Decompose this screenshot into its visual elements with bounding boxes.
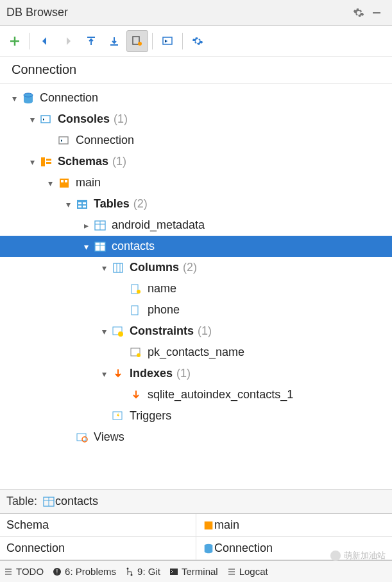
- gear-icon: [353, 7, 364, 19]
- tree-view[interactable]: ▾ Connection ▾ Consoles (1) Connection ▾…: [0, 84, 392, 489]
- node-label: phone: [148, 303, 180, 317]
- svg-rect-12: [61, 180, 64, 182]
- svg-rect-6: [41, 116, 50, 123]
- git-icon: [125, 567, 134, 576]
- status-logcat[interactable]: Logcat: [227, 566, 268, 577]
- tree-node-consoles[interactable]: ▾ Consoles (1): [0, 109, 392, 130]
- tree-node-tables[interactable]: ▾ Tables (2): [0, 193, 392, 215]
- minimize-button[interactable]: [368, 8, 386, 18]
- tree-node-columns[interactable]: ▾ Columns (2): [0, 257, 392, 278]
- node-count: (1): [176, 367, 191, 380]
- node-count: (1): [198, 324, 212, 338]
- back-button[interactable]: [34, 30, 56, 52]
- chevron-down-icon[interactable]: ▾: [80, 242, 92, 252]
- svg-rect-17: [78, 206, 81, 207]
- node-count: (1): [114, 112, 128, 126]
- schema-folder-icon: [38, 154, 54, 170]
- chevron-down-icon[interactable]: ▾: [44, 178, 56, 188]
- tree-node-connection[interactable]: ▾ Connection: [0, 87, 392, 109]
- details-cell-key: Connection: [0, 537, 196, 560]
- chevron-down-icon[interactable]: ▾: [26, 114, 38, 125]
- tree-node-indexes[interactable]: ▾ Indexes (1): [0, 363, 392, 384]
- expand-icon: [108, 35, 120, 47]
- breadcrumb[interactable]: Connection: [0, 57, 392, 84]
- node-label: Tables: [94, 197, 130, 211]
- svg-rect-16: [83, 202, 86, 204]
- tree-node-column-name[interactable]: name: [0, 278, 392, 299]
- chevron-down-icon[interactable]: ▾: [62, 199, 74, 209]
- tree-node-constraint-item[interactable]: pk_contacts_name: [0, 342, 392, 363]
- node-label: Connection: [40, 91, 98, 105]
- tree-node-triggers[interactable]: Triggers: [0, 405, 392, 427]
- node-label: sqlite_autoindex_contacts_1: [148, 388, 293, 401]
- tree-node-index-item[interactable]: sqlite_autoindex_contacts_1: [0, 384, 392, 405]
- chevron-down-icon[interactable]: ▾: [98, 326, 110, 337]
- svg-point-32: [118, 331, 123, 337]
- add-button[interactable]: [4, 30, 26, 52]
- tree-node-console-item[interactable]: Connection: [0, 130, 392, 151]
- tree-node-table-contacts[interactable]: ▾ contacts: [0, 236, 392, 257]
- svg-rect-15: [78, 202, 81, 204]
- columns-icon: [110, 260, 126, 276]
- tree-node-table-android-metadata[interactable]: ▸ android_metadata: [0, 215, 392, 236]
- node-label: Schemas: [58, 155, 108, 168]
- expand-all-button[interactable]: [103, 30, 125, 52]
- chevron-right-icon[interactable]: ▸: [80, 220, 92, 231]
- view-options-button[interactable]: [126, 30, 148, 52]
- details-row-schema[interactable]: Schema main: [0, 514, 392, 537]
- svg-rect-18: [83, 206, 86, 207]
- svg-point-45: [127, 567, 129, 569]
- table-icon: [42, 495, 55, 508]
- node-count: (2): [133, 197, 148, 211]
- console-icon: [162, 35, 173, 47]
- settings-button[interactable]: [350, 7, 368, 19]
- refresh-button[interactable]: [187, 30, 209, 52]
- chevron-down-icon[interactable]: ▾: [98, 263, 110, 273]
- node-label: Views: [94, 430, 124, 444]
- title-bar: DB Browser: [0, 0, 392, 26]
- tree-node-column-phone[interactable]: phone: [0, 299, 392, 321]
- chevron-down-icon[interactable]: ▾: [26, 157, 38, 167]
- list-gear-icon: [132, 35, 143, 47]
- arrow-right-icon: [62, 35, 74, 47]
- details-cell-value: main: [196, 514, 392, 536]
- arrow-left-icon: [39, 35, 51, 47]
- node-count: (2): [183, 261, 197, 274]
- status-todo[interactable]: TODO: [4, 566, 44, 577]
- constraint-icon: [128, 345, 144, 360]
- tables-icon: [74, 197, 90, 212]
- svg-rect-9: [46, 159, 51, 161]
- status-terminal[interactable]: Terminal: [169, 566, 218, 577]
- chevron-down-icon[interactable]: ▾: [8, 93, 21, 103]
- tree-node-constraints[interactable]: ▾ Constraints (1): [0, 321, 392, 342]
- node-label: contacts: [112, 240, 155, 253]
- folder-console-icon: [38, 112, 54, 127]
- collapse-all-button[interactable]: [80, 30, 102, 52]
- chevron-down-icon[interactable]: ▾: [98, 369, 110, 379]
- triggers-icon: [110, 409, 126, 424]
- svg-point-37: [82, 437, 87, 442]
- column-key-icon: [128, 281, 144, 297]
- node-label: Indexes: [130, 367, 173, 380]
- node-label: pk_contacts_name: [148, 346, 244, 359]
- details-cell-key: Schema: [0, 514, 196, 536]
- database-icon: [203, 543, 214, 554]
- status-problems[interactable]: ! 6: Problems: [53, 566, 116, 577]
- logcat-icon: [227, 567, 236, 576]
- toolbar: [0, 26, 392, 57]
- indexes-icon: [110, 366, 126, 382]
- forward-button[interactable]: [57, 30, 79, 52]
- svg-point-2: [138, 42, 142, 46]
- svg-rect-7: [59, 137, 68, 144]
- column-icon: [128, 303, 144, 318]
- panel-title: DB Browser: [6, 6, 350, 19]
- separator: [30, 33, 30, 49]
- node-label: android_metadata: [112, 218, 205, 232]
- minimize-icon: [371, 8, 382, 18]
- status-git[interactable]: 9: Git: [125, 566, 160, 577]
- svg-rect-8: [41, 157, 45, 166]
- console-button[interactable]: [157, 30, 178, 52]
- tree-node-main-schema[interactable]: ▾ main: [0, 172, 392, 193]
- tree-node-views[interactable]: Views: [0, 427, 392, 448]
- tree-node-schemas[interactable]: ▾ Schemas (1): [0, 151, 392, 172]
